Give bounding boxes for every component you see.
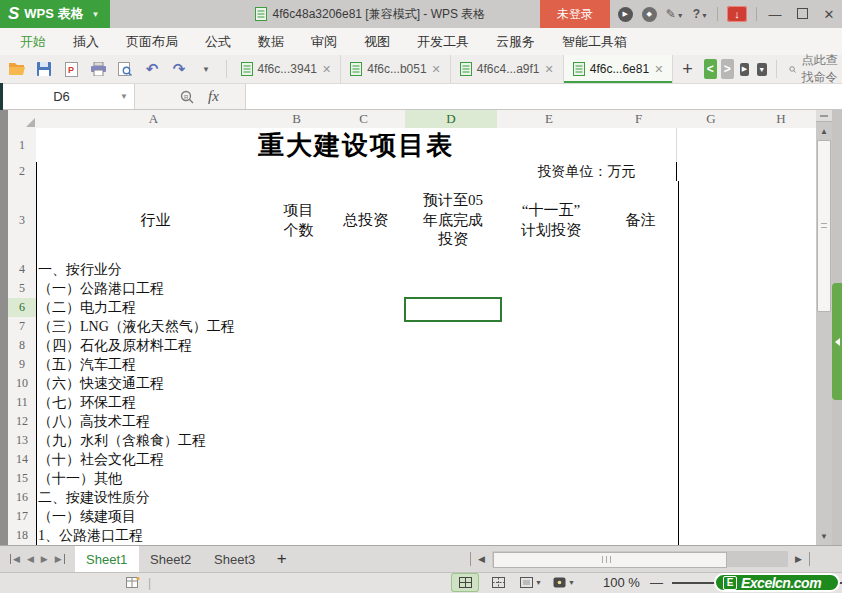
find-command-box[interactable]: 点此查找命令 xyxy=(789,52,842,86)
cell-F4[interactable] xyxy=(601,260,679,280)
cell-A11[interactable]: （七）环保工程 xyxy=(36,393,274,413)
cell-A18[interactable]: 1、公路港口工程 xyxy=(36,526,274,545)
close-button[interactable]: ✕ xyxy=(820,7,838,22)
row-header-14[interactable]: 14 xyxy=(8,450,37,470)
cell-D4[interactable] xyxy=(405,260,500,280)
split-handle[interactable] xyxy=(816,110,832,122)
cell-C4[interactable] xyxy=(322,260,408,280)
zoom-out-button[interactable]: — xyxy=(650,572,663,593)
cell-F11[interactable] xyxy=(601,393,679,413)
cell-G2[interactable] xyxy=(676,162,747,182)
cell-D11[interactable] xyxy=(405,393,500,413)
cell-D2[interactable] xyxy=(405,162,500,182)
cell-E7[interactable] xyxy=(497,317,604,337)
close-tab-icon[interactable]: ✕ xyxy=(654,63,663,76)
cell-C6[interactable] xyxy=(322,298,408,318)
side-panel-flap[interactable] xyxy=(832,283,842,400)
skin-icon[interactable]: ✎▼ xyxy=(666,7,684,21)
column-header-E[interactable]: E xyxy=(497,110,602,129)
row-header-10[interactable]: 10 xyxy=(8,374,37,394)
cell-F18[interactable] xyxy=(601,526,679,545)
cell-E12[interactable] xyxy=(497,412,604,432)
cell-H17[interactable] xyxy=(746,507,816,527)
workspace-icon[interactable]: ▶ xyxy=(740,63,749,76)
cell-G8[interactable] xyxy=(676,336,747,356)
menu-item-6[interactable]: 视图 xyxy=(364,33,390,51)
cell-A2[interactable] xyxy=(36,162,274,182)
search-commands-icon[interactable]: R xyxy=(180,90,194,104)
cell-A8[interactable]: （四）石化及原材料工程 xyxy=(36,336,274,356)
toolbar-dropdown-icon[interactable]: ▼ xyxy=(197,60,215,78)
document-tab-1[interactable]: 4f6c...b051✕ xyxy=(341,55,451,83)
cell-B16[interactable] xyxy=(271,488,325,508)
insert-function-icon[interactable]: fx xyxy=(208,88,219,105)
cell-C16[interactable] xyxy=(322,488,408,508)
next-tab-button[interactable]: > xyxy=(721,59,734,79)
row-header-8[interactable]: 8 xyxy=(8,336,37,356)
cell-F14[interactable] xyxy=(601,450,679,470)
cell-H3[interactable] xyxy=(746,181,816,261)
cell-G1[interactable] xyxy=(676,128,747,163)
cell-E15[interactable] xyxy=(497,469,604,489)
select-all-corner[interactable] xyxy=(8,110,37,129)
first-sheet-icon[interactable]: ◀ xyxy=(10,554,20,564)
maximize-button[interactable] xyxy=(793,7,811,22)
cell-G12[interactable] xyxy=(676,412,747,432)
row-header-12[interactable]: 12 xyxy=(8,412,37,432)
cell-merged-unit-note[interactable]: 投资单位：万元 xyxy=(497,162,677,182)
cell-H12[interactable] xyxy=(746,412,816,432)
login-button[interactable]: 未登录 xyxy=(540,0,610,28)
cell-B9[interactable] xyxy=(271,355,325,375)
cell-F17[interactable] xyxy=(601,507,679,527)
column-header-F[interactable]: F xyxy=(601,110,677,129)
cell-E10[interactable] xyxy=(497,374,604,394)
menu-item-3[interactable]: 公式 xyxy=(205,33,231,51)
cell-E8[interactable] xyxy=(497,336,604,356)
close-tab-icon[interactable]: ✕ xyxy=(545,63,554,76)
cell-F3[interactable]: 备注 xyxy=(601,181,679,261)
cell-G17[interactable] xyxy=(676,507,747,527)
row-header-11[interactable]: 11 xyxy=(8,393,37,413)
cell-D3[interactable]: 预计至05 年底完成 投资 xyxy=(405,181,500,261)
cell-A13[interactable]: （九）水利（含粮食）工程 xyxy=(36,431,274,451)
scroll-up-icon[interactable]: ▲ xyxy=(816,123,832,139)
horizontal-scroll-track[interactable] xyxy=(492,551,788,567)
row-header-1[interactable]: 1 xyxy=(8,128,37,163)
cell-F8[interactable] xyxy=(601,336,679,356)
name-box-caret-icon[interactable]: ▼ xyxy=(120,92,134,101)
cell-E4[interactable] xyxy=(497,260,604,280)
cell-H9[interactable] xyxy=(746,355,816,375)
cell-F15[interactable] xyxy=(601,469,679,489)
cell-H11[interactable] xyxy=(746,393,816,413)
new-document-tab-button[interactable]: + xyxy=(673,59,702,80)
save-icon[interactable] xyxy=(35,60,53,78)
cell-B8[interactable] xyxy=(271,336,325,356)
menu-item-9[interactable]: 智能工具箱 xyxy=(562,33,627,51)
cell-G18[interactable] xyxy=(676,526,747,545)
column-header-B[interactable]: B xyxy=(271,110,323,129)
column-header-C[interactable]: C xyxy=(322,110,406,129)
row-header-16[interactable]: 16 xyxy=(8,488,37,508)
cell-B6[interactable] xyxy=(271,298,325,318)
cell-G3[interactable] xyxy=(676,181,747,261)
cell-H4[interactable] xyxy=(746,260,816,280)
menu-item-7[interactable]: 开发工具 xyxy=(417,33,469,51)
last-sheet-icon[interactable]: ▶ xyxy=(55,554,65,564)
next-sheet-icon[interactable]: ▶ xyxy=(41,554,48,564)
cell-G14[interactable] xyxy=(676,450,747,470)
cell-G15[interactable] xyxy=(676,469,747,489)
name-box[interactable]: D6 ▼ xyxy=(3,84,135,109)
redo-icon[interactable]: ↷ xyxy=(170,60,188,78)
cell-F13[interactable] xyxy=(601,431,679,451)
cell-D8[interactable] xyxy=(405,336,500,356)
prev-sheet-icon[interactable]: ◀ xyxy=(27,554,34,564)
cell-E13[interactable] xyxy=(497,431,604,451)
cell-D13[interactable] xyxy=(405,431,500,451)
cell-D14[interactable] xyxy=(405,450,500,470)
menu-item-2[interactable]: 页面布局 xyxy=(126,33,178,51)
cell-E16[interactable] xyxy=(497,488,604,508)
cell-B15[interactable] xyxy=(271,469,325,489)
cell-C10[interactable] xyxy=(322,374,408,394)
cell-F6[interactable] xyxy=(601,298,679,318)
cell-H15[interactable] xyxy=(746,469,816,489)
